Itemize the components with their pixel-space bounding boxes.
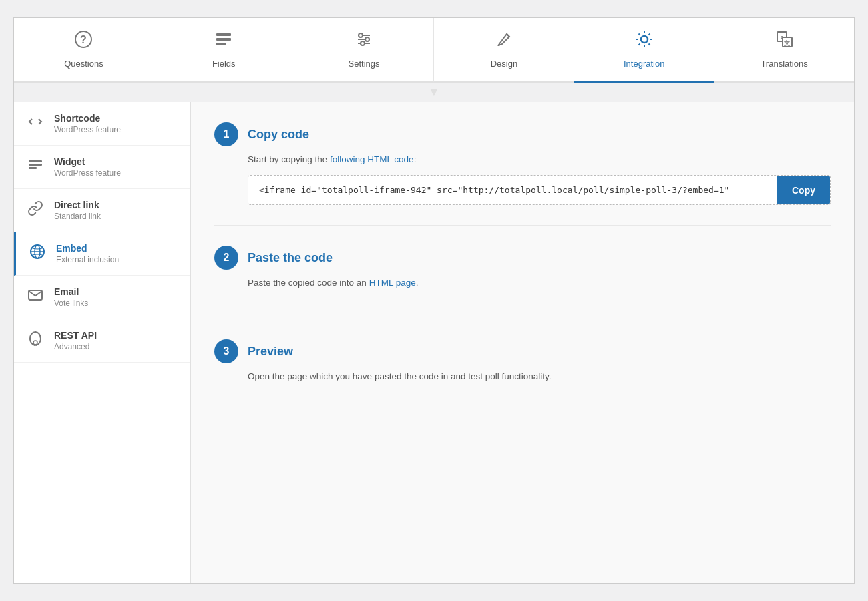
- svg-point-11: [641, 36, 648, 43]
- step-2-title: Paste the code: [248, 251, 333, 265]
- direct-link-text: Direct link Standard link: [54, 200, 101, 221]
- sidebar-item-rest-api[interactable]: REST API Advanced: [14, 319, 190, 363]
- shortcode-subtitle: WordPress feature: [54, 125, 121, 134]
- settings-icon: [355, 30, 373, 53]
- widget-title: Widget: [54, 156, 121, 167]
- embed-subtitle: External inclusion: [56, 255, 119, 264]
- step-3-desc-plain: Open the page which you have pasted the …: [248, 371, 552, 381]
- rest-api-subtitle: Advanced: [54, 342, 97, 351]
- integration-icon: [635, 30, 654, 53]
- tab-integration[interactable]: Integration: [574, 18, 714, 83]
- step-1-desc-plain: Start by copying the: [248, 154, 330, 164]
- fields-label: Fields: [212, 59, 236, 69]
- embed-title: Embed: [56, 243, 119, 254]
- direct-link-icon: [26, 200, 45, 220]
- step-3-number: 3: [214, 339, 238, 363]
- design-icon: [495, 30, 513, 53]
- direct-link-subtitle: Standard link: [54, 212, 101, 221]
- step-3-section: 3 Preview Open the page which you have p…: [214, 339, 831, 412]
- direct-link-title: Direct link: [54, 200, 101, 210]
- step-2-number: 2: [214, 246, 238, 270]
- step-1-desc: Start by copying the following HTML code…: [248, 154, 831, 164]
- step-1-section: 1 Copy code Start by copying the followi…: [214, 122, 831, 226]
- tab-fields[interactable]: Fields: [154, 18, 294, 83]
- svg-text:?: ?: [81, 34, 87, 45]
- translations-icon: 文 A: [775, 30, 794, 53]
- shortcode-icon: [26, 114, 45, 134]
- tab-design[interactable]: Design: [434, 18, 574, 83]
- step-2-desc-end: .: [416, 278, 419, 288]
- email-title: Email: [54, 286, 88, 297]
- sidebar-item-widget[interactable]: Widget WordPress feature: [14, 146, 190, 189]
- svg-rect-16: [29, 160, 42, 162]
- step-3-header: 3 Preview: [214, 339, 831, 363]
- email-text: Email Vote links: [54, 286, 88, 308]
- step-2-header: 2 Paste the code: [214, 246, 831, 270]
- embed-icon: [28, 244, 47, 264]
- questions-label: Questions: [64, 59, 103, 69]
- sidebar-item-embed[interactable]: Embed External inclusion: [14, 232, 190, 276]
- svg-point-8: [365, 37, 369, 41]
- svg-point-6: [359, 33, 363, 37]
- settings-label: Settings: [349, 59, 380, 69]
- app-container: ? Questions Fields: [13, 17, 855, 584]
- copy-button[interactable]: Copy: [777, 176, 830, 204]
- svg-rect-3: [216, 38, 231, 41]
- fields-icon: [214, 30, 233, 53]
- widget-icon: [26, 157, 45, 177]
- svg-rect-17: [29, 164, 42, 166]
- step-2-desc-link[interactable]: HTML page: [369, 278, 416, 288]
- step-3-title: Preview: [248, 345, 293, 359]
- code-input[interactable]: [248, 176, 777, 204]
- sidebar: Shortcode WordPress feature Widget WordP…: [14, 102, 191, 583]
- sidebar-item-direct-link[interactable]: Direct link Standard link: [14, 189, 190, 232]
- svg-rect-4: [216, 43, 226, 45]
- step-1-title: Copy code: [248, 128, 309, 142]
- design-label: Design: [491, 59, 517, 69]
- rest-api-icon: [26, 331, 45, 351]
- step-2-desc-plain: Paste the copied code into an: [248, 278, 369, 288]
- code-box: Copy: [248, 175, 831, 205]
- svg-text:文: 文: [784, 40, 790, 47]
- rest-api-title: REST API: [54, 330, 97, 341]
- translations-label: Translations: [761, 59, 807, 69]
- svg-point-23: [33, 341, 37, 345]
- widget-text: Widget WordPress feature: [54, 156, 121, 178]
- tab-settings[interactable]: Settings: [294, 18, 435, 83]
- step-1-desc-end: :: [414, 154, 417, 164]
- email-subtitle: Vote links: [54, 298, 88, 308]
- svg-text:A: A: [780, 35, 783, 40]
- questions-icon: ?: [74, 30, 93, 53]
- step-1-desc-link[interactable]: following HTML code: [330, 154, 414, 164]
- main-layout: Shortcode WordPress feature Widget WordP…: [14, 102, 854, 583]
- sidebar-item-email[interactable]: Email Vote links: [14, 276, 190, 319]
- step-2-desc: Paste the copied code into an HTML page.: [248, 278, 831, 288]
- shortcode-title: Shortcode: [54, 113, 121, 124]
- step-1-number: 1: [214, 122, 238, 146]
- tab-translations[interactable]: 文 A Translations: [714, 18, 854, 83]
- content-area: 1 Copy code Start by copying the followi…: [191, 102, 854, 583]
- top-nav: ? Questions Fields: [14, 18, 854, 83]
- integration-label: Integration: [624, 59, 664, 69]
- rest-api-text: REST API Advanced: [54, 330, 97, 351]
- email-icon: [26, 287, 45, 307]
- embed-text: Embed External inclusion: [56, 243, 119, 264]
- svg-rect-18: [29, 167, 37, 169]
- step-2-section: 2 Paste the code Paste the copied code i…: [214, 246, 831, 319]
- step-1-header: 1 Copy code: [214, 122, 831, 146]
- svg-point-10: [361, 41, 365, 45]
- svg-rect-2: [216, 33, 231, 36]
- nav-indicator: ▼: [14, 83, 854, 102]
- shortcode-text: Shortcode WordPress feature: [54, 113, 121, 134]
- sidebar-item-shortcode[interactable]: Shortcode WordPress feature: [14, 102, 190, 146]
- step-3-desc: Open the page which you have pasted the …: [248, 371, 831, 381]
- tab-questions[interactable]: ? Questions: [14, 18, 154, 83]
- widget-subtitle: WordPress feature: [54, 168, 121, 178]
